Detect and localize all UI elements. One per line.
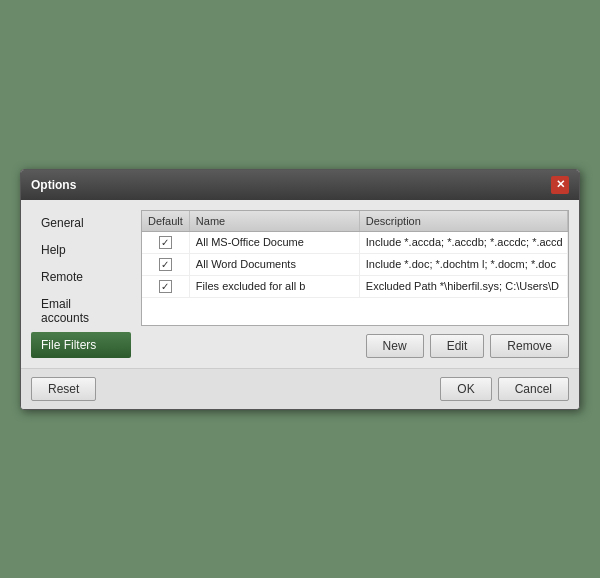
row-desc-1: Include *.doc; *.dochtm l; *.docm; *.doc — [359, 253, 567, 275]
sidebar-item-help[interactable]: Help — [31, 237, 131, 263]
table-button-row: New Edit Remove — [141, 334, 569, 358]
table-row[interactable]: Files excluded for all bExcluded Path *\… — [142, 275, 568, 297]
col-description: Description — [359, 211, 567, 232]
filter-table: DefaultNameDescription All MS-Office Doc… — [142, 211, 568, 298]
checkbox-2[interactable] — [159, 280, 172, 293]
table-body: All MS-Office DocumeInclude *.accda; *.a… — [142, 231, 568, 297]
table-row[interactable]: All Word DocumentsInclude *.doc; *.docht… — [142, 253, 568, 275]
checkbox-1[interactable] — [159, 258, 172, 271]
sidebar: GeneralHelpRemoteEmail accountsFile Filt… — [31, 210, 131, 358]
sidebar-item-general[interactable]: General — [31, 210, 131, 236]
col-default: Default — [142, 211, 189, 232]
close-icon: ✕ — [556, 178, 565, 191]
sidebar-item-email_accounts[interactable]: Email accounts — [31, 291, 131, 331]
filter-table-container: DefaultNameDescription All MS-Office Doc… — [141, 210, 569, 326]
close-button[interactable]: ✕ — [551, 176, 569, 194]
dialog-title: Options — [31, 178, 76, 192]
remove-button[interactable]: Remove — [490, 334, 569, 358]
checkbox-cell-2[interactable] — [142, 275, 189, 297]
new-button[interactable]: New — [366, 334, 424, 358]
dialog-footer: Reset OK Cancel — [21, 368, 579, 409]
ok-button[interactable]: OK — [440, 377, 491, 401]
table-header-row: DefaultNameDescription — [142, 211, 568, 232]
row-desc-2: Excluded Path *\hiberfil.sys; C:\Users\D — [359, 275, 567, 297]
sidebar-item-remote[interactable]: Remote — [31, 264, 131, 290]
edit-button[interactable]: Edit — [430, 334, 485, 358]
reset-button[interactable]: Reset — [31, 377, 96, 401]
options-dialog: Options ✕ GeneralHelpRemoteEmail account… — [20, 169, 580, 410]
checkbox-cell-0[interactable] — [142, 231, 189, 253]
row-name-2: Files excluded for all b — [189, 275, 359, 297]
title-bar: Options ✕ — [21, 170, 579, 200]
table-row[interactable]: All MS-Office DocumeInclude *.accda; *.a… — [142, 231, 568, 253]
content-area: DefaultNameDescription All MS-Office Doc… — [141, 210, 569, 358]
row-desc-0: Include *.accda; *.accdb; *.accdc; *.acc… — [359, 231, 567, 253]
cancel-button[interactable]: Cancel — [498, 377, 569, 401]
row-name-1: All Word Documents — [189, 253, 359, 275]
col-name: Name — [189, 211, 359, 232]
dialog-body: GeneralHelpRemoteEmail accountsFile Filt… — [21, 200, 579, 368]
sidebar-item-file_filters[interactable]: File Filters — [31, 332, 131, 358]
checkbox-0[interactable] — [159, 236, 172, 249]
row-name-0: All MS-Office Docume — [189, 231, 359, 253]
checkbox-cell-1[interactable] — [142, 253, 189, 275]
